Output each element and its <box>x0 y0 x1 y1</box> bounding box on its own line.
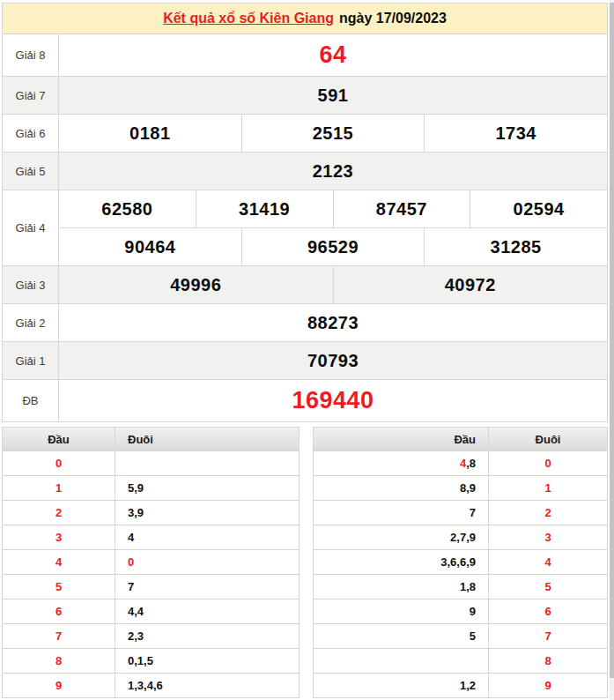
tail-digit-cell: 7 <box>489 624 607 648</box>
tail-digit-cell: 6 <box>489 599 607 623</box>
prize-value: 02594 <box>470 190 607 227</box>
prize-row-label: Giải 1 <box>3 342 58 379</box>
scrollbar-track[interactable] <box>610 0 614 700</box>
tail-list-cell: 0 <box>115 550 299 574</box>
tail-digit-cell: 3 <box>489 525 607 549</box>
tail-digit-cell: 0 <box>489 451 607 475</box>
head-tail-row: 8,91 <box>314 476 607 500</box>
prize-row-label: Giải 4 <box>3 190 58 265</box>
tail-list-cell: 7 <box>115 575 299 599</box>
head-tail-row: 0 <box>3 451 299 475</box>
scrollbar-thumb[interactable] <box>610 3 614 678</box>
prize-row: Giải 7591 <box>3 77 607 114</box>
prize-value: 40972 <box>334 266 608 303</box>
head-digit-cell: 2 <box>3 501 115 525</box>
head-list-cell: 5 <box>314 624 488 648</box>
tail-digit-cell: 4 <box>489 550 607 574</box>
prize-value: 31285 <box>425 228 607 265</box>
prize-row-label: Giải 8 <box>3 34 58 76</box>
head-list-cell: 9 <box>314 599 488 623</box>
prize-value: 64 <box>59 34 607 76</box>
head-list-cell: 1,8 <box>314 575 488 599</box>
head-tail-row: 57 <box>3 575 299 599</box>
prize-row-label: Giải 6 <box>3 115 58 152</box>
prize-value: 2123 <box>59 153 607 190</box>
head-tail-row: 2,7,93 <box>314 525 607 549</box>
prize-value-group: 169440 <box>59 380 607 421</box>
head-list-text: 7 <box>470 506 476 519</box>
head-highlight-digit: 4 <box>460 457 466 470</box>
head-tail-row: 4,80 <box>314 451 607 475</box>
head-digit-cell: 8 <box>3 649 115 673</box>
head-tail-row: 8 <box>314 649 607 673</box>
prize-value: 87457 <box>334 190 470 227</box>
prize-row-label: Giải 5 <box>3 153 58 190</box>
head-tail-row: 1,85 <box>314 575 607 599</box>
head-tail-row: 91,3,4,6 <box>3 674 299 697</box>
head-tail-row: 23,9 <box>3 501 299 525</box>
prize-row-label: Giải 7 <box>3 77 58 114</box>
tail-list-cell: 5,9 <box>115 476 299 500</box>
tail-list-cell <box>115 451 299 475</box>
prize-value: 62580 <box>59 190 196 227</box>
prize-value: 1734 <box>425 115 607 152</box>
prize-value-group: 64 <box>59 34 607 76</box>
head-list-text: 9 <box>470 605 476 618</box>
prize-row-label: Giải 3 <box>3 266 58 303</box>
lottery-title-link[interactable]: Kết quả xổ số Kiên Giang <box>163 11 334 26</box>
head-digit-cell: 7 <box>3 624 115 648</box>
prize-row: Giải 288273 <box>3 304 607 341</box>
head-tail-row: 1,29 <box>314 674 607 697</box>
prize-row: Giải 52123 <box>3 153 607 190</box>
prize-row-values: 62580314198745702594904649652931285 <box>59 190 607 265</box>
prize-row: Giải 170793 <box>3 342 607 379</box>
head-tail-row: 72 <box>314 501 607 525</box>
head-tail-table-left: ĐầuĐuôi015,923,934405764,472,380,1,591,3… <box>2 427 300 698</box>
prize-value-group: 018125151734 <box>59 115 607 152</box>
head-digit-cell: 6 <box>3 599 115 623</box>
head-tail-row: 80,1,5 <box>3 649 299 673</box>
prize-row-values: 64 <box>59 34 607 76</box>
prize-value-group: 904649652931285 <box>59 228 607 265</box>
head-tail-row: 57 <box>314 624 607 648</box>
head-digit-cell: 0 <box>3 451 115 475</box>
head-digit-cell: 9 <box>3 674 115 697</box>
lottery-results-page: Kết quả xổ số Kiên Giang ngày 17/09/2023… <box>2 3 608 698</box>
prize-row-label: ĐB <box>3 380 58 421</box>
head-tail-section: ĐầuĐuôi015,923,934405764,472,380,1,591,3… <box>2 427 608 698</box>
tail-list-cell: 1,3,4,6 <box>115 674 299 697</box>
prize-value-group: 4999640972 <box>59 266 607 303</box>
prize-row: Giải 34999640972 <box>3 266 607 303</box>
tail-digit-cell: 5 <box>489 575 607 599</box>
head-column-header: Đầu <box>3 428 115 451</box>
tail-column-header: Đuôi <box>115 428 299 451</box>
head-tail-header-row: ĐầuĐuôi <box>3 428 299 451</box>
head-tail-row: 34 <box>3 525 299 549</box>
prize-table: Kết quả xổ số Kiên Giang ngày 17/09/2023… <box>2 3 608 422</box>
head-digit-cell: 5 <box>3 575 115 599</box>
head-column-header: Đầu <box>314 428 488 451</box>
head-digit-cell: 4 <box>3 550 115 574</box>
prize-value-group: 62580314198745702594 <box>59 190 607 227</box>
tail-digit-cell: 1 <box>489 476 607 500</box>
prize-value: 70793 <box>59 342 607 379</box>
prize-value: 591 <box>59 77 607 114</box>
tail-digit-cell: 2 <box>489 501 607 525</box>
head-tail-row: 15,9 <box>3 476 299 500</box>
head-list-text: 1,2 <box>460 679 476 692</box>
tail-list-cell: 4,4 <box>115 599 299 623</box>
head-tail-row: 72,3 <box>3 624 299 648</box>
head-list-text: 3,6,6,9 <box>440 555 476 569</box>
prize-value: 2515 <box>242 115 425 152</box>
prize-value: 49996 <box>59 266 333 303</box>
head-digit-cell: 3 <box>3 525 115 549</box>
tail-column-header: Đuôi <box>489 428 607 451</box>
title-bar: Kết quả xổ số Kiên Giang ngày 17/09/2023 <box>3 4 607 34</box>
prize-row: Giải 46258031419874570259490464965293128… <box>3 190 607 265</box>
head-tail-row: 40 <box>3 550 299 574</box>
tail-digit-cell: 9 <box>489 674 607 697</box>
head-list-text: 1,8 <box>460 580 476 593</box>
head-list-text: 8,9 <box>460 481 476 495</box>
prize-value: 0181 <box>59 115 241 152</box>
head-list-cell: 1,2 <box>314 674 488 697</box>
